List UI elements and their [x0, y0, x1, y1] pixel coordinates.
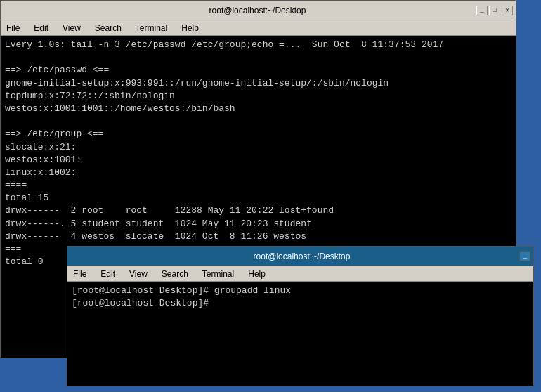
- minimize-button-2[interactable]: _: [519, 251, 530, 261]
- menu-search-1[interactable]: Search: [92, 23, 124, 33]
- window-controls-2: _: [519, 251, 530, 261]
- menu-file-1[interactable]: File: [4, 23, 22, 33]
- menu-terminal-1[interactable]: Terminal: [133, 23, 170, 33]
- window-title-2: root@localhost:~/Desktop: [84, 251, 519, 261]
- menu-edit-1[interactable]: Edit: [31, 23, 51, 33]
- menu-help-2[interactable]: Help: [245, 269, 268, 279]
- title-bar-1: root@localhost:~/Desktop _ □ ✕: [1, 1, 516, 20]
- menu-file-2[interactable]: File: [70, 269, 89, 279]
- menu-bar-1: File Edit View Search Terminal Help: [1, 20, 516, 36]
- maximize-button-1[interactable]: □: [489, 6, 500, 15]
- title-bar-2: root@localhost:~/Desktop _: [67, 247, 533, 266]
- minimize-button-1[interactable]: _: [476, 6, 488, 15]
- menu-view-2[interactable]: View: [126, 269, 150, 279]
- terminal-output-2: [root@localhost Desktop]# groupadd linux…: [67, 282, 533, 386]
- close-button-1[interactable]: ✕: [502, 6, 513, 15]
- menu-edit-2[interactable]: Edit: [98, 269, 118, 279]
- terminal-window-2[interactable]: root@localhost:~/Desktop _ File Edit Vie…: [67, 246, 534, 386]
- menu-help-1[interactable]: Help: [178, 23, 202, 33]
- menu-bar-2: File Edit View Search Terminal Help: [67, 266, 533, 282]
- menu-view-1[interactable]: View: [60, 23, 84, 33]
- menu-terminal-2[interactable]: Terminal: [200, 269, 237, 279]
- window-controls-1: _ □ ✕: [476, 6, 513, 15]
- menu-search-2[interactable]: Search: [159, 269, 191, 279]
- window-title-1: root@localhost:~/Desktop: [39, 6, 476, 15]
